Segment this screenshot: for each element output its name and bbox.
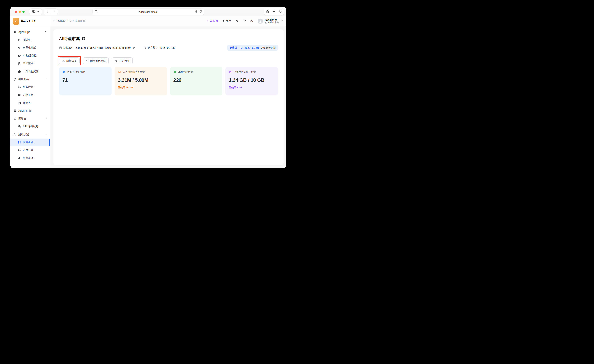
stat-card-monthly-tokens: 本月份對話文字數量 3.31M / 5.00M 已使用 66.2%	[115, 67, 167, 95]
plan-name: 專業版	[230, 46, 237, 50]
sidebar-item-label: 組織設定	[18, 133, 29, 136]
section-divider	[58, 54, 279, 54]
panel-left-icon	[32, 10, 35, 14]
sidebar-item-label: 匯出請求	[23, 62, 34, 65]
created-date: 2025-02-06	[159, 46, 175, 49]
breadcrumb-section[interactable]: 組織設定	[58, 20, 68, 23]
org-id-value: 536a32b6-0c73-4b8c-82e6-e3afa3bd1c50	[76, 46, 131, 49]
sidebar-item-activity-log[interactable]: 活動日誌	[10, 146, 50, 154]
stat-value: 3.31M / 5.00M	[118, 77, 164, 83]
sidebar-item-contacts[interactable]: 聯絡人	[10, 99, 50, 107]
breadcrumb-separator: /	[73, 20, 74, 23]
sidebar-item-label: 測試集	[23, 38, 31, 42]
notifications-bell-icon[interactable]	[235, 20, 239, 23]
browser-sidebar-toggle[interactable]	[29, 9, 42, 15]
sidebar-item-label: 自動化測試	[23, 46, 36, 50]
ask-ai-label: Ask AI	[210, 20, 218, 22]
share-icon[interactable]	[266, 10, 269, 14]
document-icon	[222, 20, 225, 22]
chevron-down-icon	[37, 10, 39, 13]
sidebar-item-all-conversations[interactable]: 所有對話	[10, 83, 50, 91]
stat-label: 已使用的知識庫容量	[234, 70, 256, 74]
sparkles-icon	[206, 20, 209, 23]
sidebar-item-export-requests[interactable]: 匯出請求	[10, 60, 50, 67]
sidebar-item-label: 工具執行紀錄	[23, 70, 39, 73]
sidebar-item-ai-assistant-monitoring[interactable]: AI 助理監控	[10, 52, 50, 59]
sidebar-item-automated-testing[interactable]: 自動化測試	[10, 44, 50, 52]
chevron-down-icon[interactable]	[69, 20, 72, 23]
org-overview-panel: AI助理市集 組織 ID： 536a32b6-0c73-4b8c-82e6-e3…	[53, 29, 284, 165]
sidebar-item-label: Agent 市集	[18, 109, 31, 112]
sidebar-item-label: 活動日誌	[23, 149, 34, 152]
sidebar-item-org-overview[interactable]: 組織概覽	[10, 138, 50, 146]
stat-value: 1.24 GB / 10 GB	[229, 77, 275, 83]
sidebar-item-label: 開發者	[18, 117, 26, 120]
minimize-window-button[interactable]	[19, 11, 21, 13]
docs-label: 文件	[226, 20, 231, 23]
edit-role-permissions-button[interactable]: 編輯角色權限	[83, 57, 108, 64]
brand-name: GeniAltX	[21, 20, 36, 23]
sidebar-item-agent-marketplace[interactable]: Agent 市集	[10, 107, 50, 115]
browser-toolbar-right	[264, 8, 284, 15]
user-menu[interactable]: 未來巢科技 AI助理市集	[258, 19, 283, 24]
database-icon	[229, 71, 232, 74]
users-icon	[62, 71, 66, 74]
breadcrumb: 組織設定 / 組織概覽	[58, 20, 85, 23]
stat-card-monthly-conversations: 本月對話數量 226	[170, 67, 223, 95]
language-switch-icon[interactable]: 文A	[250, 19, 254, 23]
sidebar-item-label: 對話平台	[23, 93, 34, 97]
edit-title-icon[interactable]	[82, 37, 85, 41]
user-gear-icon	[62, 59, 65, 62]
tab-overview-icon[interactable]	[278, 10, 282, 14]
address-bar[interactable]: admin.genialtx.ai A文	[93, 9, 204, 15]
created-label: 建立於：	[148, 46, 158, 50]
announcement-management-button[interactable]: 公告管理	[112, 57, 133, 64]
sidebar-section-org-settings[interactable]: 組織設定	[10, 131, 50, 138]
zoom-window-button[interactable]	[22, 11, 25, 13]
sidebar-section-developer[interactable]: 開發者	[10, 115, 50, 122]
sidebar-section-agentops[interactable]: AgentOps	[10, 28, 50, 36]
chevron-up-icon	[45, 117, 47, 120]
org-id-label: 組織 ID：	[63, 46, 74, 50]
browser-window: admin.genialtx.ai A文	[10, 7, 286, 168]
document-icon	[118, 71, 121, 74]
svg-text:A: A	[195, 10, 196, 11]
sidebar-item-label: 所有對話	[23, 85, 34, 89]
reader-view-icon[interactable]	[94, 10, 98, 14]
sidebar-item-api-call-logs[interactable]: API 呼叫紀錄	[10, 123, 50, 130]
sidebar-item-label: 用量統計	[23, 156, 34, 160]
page-title: AI助理市集	[59, 36, 80, 42]
stat-value: 71	[62, 77, 108, 83]
ask-ai-button[interactable]: Ask AI	[206, 20, 218, 23]
edit-members-button[interactable]: 編輯成員	[59, 57, 80, 64]
sidebar-item-label: 組織概覽	[23, 141, 34, 144]
sidebar-item-tool-execution-logs[interactable]: 工具執行紀錄	[10, 68, 50, 75]
sidebar-item-label: 聯絡人	[23, 101, 31, 104]
clock-icon	[143, 46, 146, 49]
docs-button[interactable]: 文件	[222, 20, 231, 23]
fullscreen-icon[interactable]	[243, 20, 246, 23]
close-window-button[interactable]	[15, 11, 17, 13]
translate-page-icon[interactable]: A文	[195, 10, 198, 14]
sidebar-item-chat-platforms[interactable]: 對話平台	[10, 91, 50, 99]
back-button[interactable]	[44, 9, 51, 15]
copy-org-id-icon[interactable]	[133, 46, 135, 49]
brand: GeniAltX	[10, 17, 50, 26]
stat-label: 本月對話數量	[178, 70, 193, 74]
stat-card-knowledge-storage: 已使用的知識庫容量 1.24 GB / 10 GB 已使用 12%	[225, 67, 278, 95]
forward-button[interactable]	[51, 9, 58, 15]
reload-icon[interactable]	[199, 10, 202, 14]
plan-expiry-date: 2027-01-01	[244, 46, 259, 49]
clock-icon	[241, 46, 243, 49]
collapse-sidebar-icon[interactable]	[53, 19, 56, 23]
app-header: 組織設定 / 組織概覽 Ask AI 文件	[50, 17, 286, 26]
sidebar-item-test-sets[interactable]: 測試集	[10, 36, 50, 44]
sidebar-section-customer-service-chats[interactable]: 客服對話	[10, 76, 50, 83]
new-tab-icon[interactable]	[272, 10, 275, 14]
sidebar-item-usage-stats[interactable]: 用量統計	[10, 154, 50, 162]
stat-value: 226	[174, 77, 219, 83]
org-building-icon	[59, 46, 62, 49]
edit-members-label: 編輯成員	[67, 59, 77, 63]
chevron-up-icon	[45, 133, 47, 136]
building-icon	[265, 21, 267, 24]
